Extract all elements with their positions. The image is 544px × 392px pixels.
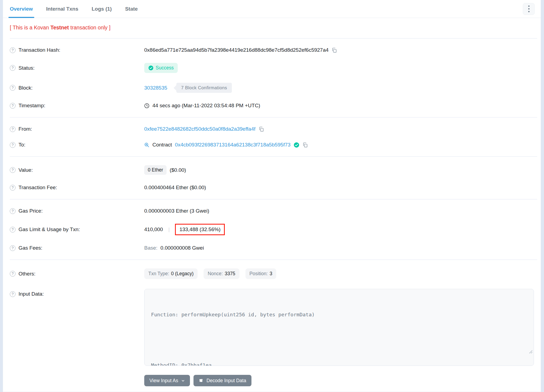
gas-fees-base-label: Base: (144, 245, 158, 251)
clock-icon (144, 103, 149, 108)
decode-icon (199, 378, 204, 383)
block-confirmations-badge: 7 Block Confirmations (176, 83, 232, 93)
help-icon[interactable]: ? (10, 291, 16, 297)
transaction-card: Overview Internal Txns Logs (1) State [ … (3, 0, 541, 392)
tab-bar: Overview Internal Txns Logs (1) State (3, 0, 541, 18)
txn-type-value: 0 (Legacy) (171, 271, 194, 277)
divider (10, 156, 537, 157)
nonce-badge: Nonce: 3375 (204, 268, 239, 279)
value-label: Value: (19, 167, 33, 173)
help-icon[interactable]: ? (10, 208, 16, 214)
row-to: ? To: Contract 0x4cb093f226983713164a621… (3, 137, 541, 153)
row-timestamp: ? Timestamp: 44 secs ago (Mar-11-2022 03… (3, 98, 541, 114)
row-label: ? Block: (10, 85, 144, 91)
help-icon[interactable]: ? (10, 142, 16, 148)
status-badge: Success (144, 63, 178, 73)
row-gas-limit-usage: ? Gas Limit & Usage by Txn: 410,000 | 13… (3, 219, 541, 240)
tab-overview[interactable]: Overview (10, 0, 33, 18)
gas-fees-label: Gas Fees: (19, 245, 42, 251)
view-input-as-button[interactable]: View Input As (144, 375, 190, 386)
position-value: 3 (270, 271, 272, 277)
verified-check-icon (294, 142, 299, 148)
gas-price-label: Gas Price: (19, 208, 43, 214)
chevron-down-icon (181, 379, 185, 382)
testnet-warning-prefix: [ This is a Kovan (10, 24, 50, 30)
from-address-link[interactable]: 0xfee7522e8482682cf50ddc50a0f8da2a39effa… (144, 126, 256, 132)
testnet-warning-bold: Testnet (50, 24, 69, 30)
nonce-value: 3375 (225, 271, 235, 277)
decode-input-data-label: Decode Input Data (207, 378, 246, 384)
row-label: ? Transaction Hash: (10, 47, 144, 53)
row-input-data: ? Input Data: Function: performUpkeep(ui… (3, 284, 541, 371)
input-function-line: Function: performUpkeep(uint256 id, byte… (151, 310, 527, 319)
row-gas-price: ? Gas Price: 0.000000003 Ether (3 Gwei) (3, 203, 541, 219)
help-icon[interactable]: ? (10, 227, 16, 232)
row-status: ? Status: Success (3, 58, 541, 78)
gas-usage-highlight: 133,488 (32.56%) (175, 224, 225, 235)
row-from: ? From: 0xfee7522e8482682cf50ddc50a0f8da… (3, 121, 541, 137)
row-label: ? Gas Limit & Usage by Txn: (10, 226, 144, 232)
transaction-fee-label: Transaction Fee: (19, 185, 57, 191)
check-circle-icon (148, 65, 153, 71)
txn-type-key: Txn Type: (148, 271, 169, 277)
help-icon[interactable]: ? (10, 271, 16, 277)
row-label: ? Transaction Fee: (10, 185, 144, 191)
help-icon[interactable]: ? (10, 167, 16, 173)
status-value: Success (156, 65, 174, 71)
row-label: ? Gas Price: (10, 208, 144, 214)
help-icon[interactable]: ? (10, 126, 16, 132)
status-label: Status: (19, 65, 35, 71)
decode-input-data-button[interactable]: Decode Input Data (193, 375, 251, 386)
help-icon[interactable]: ? (10, 245, 16, 251)
copy-icon[interactable] (302, 142, 308, 148)
testnet-warning-suffix: transaction only ] (69, 24, 110, 30)
row-label: ? Input Data: (10, 289, 144, 297)
resize-grip[interactable] (499, 339, 533, 365)
help-icon[interactable]: ? (10, 47, 16, 53)
to-contract-prefix: Contract (152, 142, 172, 148)
gas-fees-base-value: 0.000000008 Gwei (161, 245, 204, 251)
row-gas-fees: ? Gas Fees: Base: 0.000000008 Gwei (3, 240, 541, 256)
timestamp-label: Timestamp: (19, 103, 45, 109)
help-icon[interactable]: ? (10, 103, 16, 109)
tab-state[interactable]: State (125, 0, 138, 18)
nonce-key: Nonce: (208, 271, 223, 277)
input-blank-line (151, 336, 527, 344)
divider (10, 117, 537, 118)
row-transaction-hash: ? Transaction Hash: 0x86ed5a771e725aa94d… (3, 42, 541, 58)
input-data-textarea[interactable]: Function: performUpkeep(uint256 id, byte… (144, 289, 534, 366)
divider (10, 38, 537, 39)
tab-internal-txns[interactable]: Internal Txns (46, 0, 78, 18)
row-block: ? Block: 30328535 7 Block Confirmations (3, 78, 541, 98)
row-label: ? Others: (10, 271, 144, 277)
divider (10, 259, 537, 260)
gas-limit-label: Gas Limit & Usage by Txn: (19, 226, 80, 232)
row-others: ? Others: Txn Type: 0 (Legacy) Nonce: 33… (3, 264, 541, 284)
tab-logs[interactable]: Logs (1) (92, 0, 112, 18)
help-icon[interactable]: ? (10, 185, 16, 191)
position-badge: Position: 3 (245, 268, 276, 279)
help-icon[interactable]: ? (10, 85, 16, 91)
block-number-link[interactable]: 30328535 (144, 85, 167, 91)
gas-limit-value: 410,000 (144, 226, 163, 232)
copy-icon[interactable] (259, 126, 264, 132)
timestamp-value: 44 secs ago (Mar-11-2022 03:54:48 PM +UT… (152, 103, 260, 109)
to-address-link[interactable]: 0x4cb093f226983713164a62138c3f718a5b595f… (175, 142, 291, 148)
row-label: ? To: (10, 142, 144, 148)
row-label: ? Status: (10, 65, 144, 71)
input-method-line: MethodID: 0x7bbaf1ea (151, 361, 527, 366)
from-label: From: (19, 126, 32, 132)
transaction-fee-value: 0.000400464 Ether ($0.00) (144, 185, 206, 191)
ether-value-badge: 0 Ether (144, 165, 167, 175)
help-icon[interactable]: ? (10, 65, 16, 71)
position-key: Position: (250, 271, 268, 277)
zoom-in-icon[interactable] (144, 142, 149, 148)
gas-price-value: 0.000000003 Ether (3 Gwei) (144, 208, 209, 214)
copy-icon[interactable] (331, 47, 337, 53)
value-usd: ($0.00) (170, 167, 186, 173)
more-options-button[interactable] (523, 3, 535, 15)
kebab-icon (528, 5, 530, 13)
block-label: Block: (19, 85, 33, 91)
row-label: ? Timestamp: (10, 103, 144, 109)
testnet-warning: [ This is a Kovan Testnet transaction on… (3, 18, 541, 38)
